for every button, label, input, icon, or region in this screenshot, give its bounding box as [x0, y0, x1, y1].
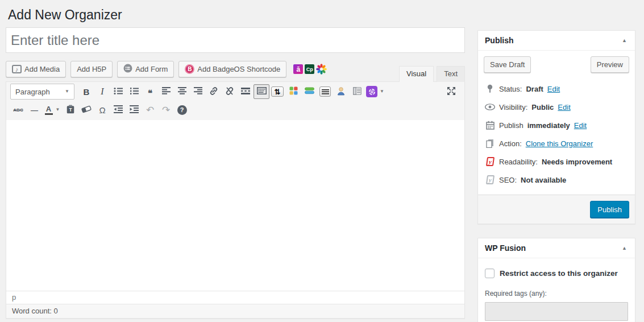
wp-fusion-title: WP Fusion: [485, 243, 526, 253]
restrict-access-checkbox[interactable]: [485, 269, 495, 278]
toolbar-row-1: Paragraph ▼ B I ❝: [6, 82, 464, 101]
document-plugin-button[interactable]: [349, 84, 365, 99]
special-character-button[interactable]: Ω: [94, 102, 110, 117]
lines-box-icon: [319, 86, 331, 97]
schedule-label: Publish: [499, 121, 523, 130]
editor-column: Add New Organizer ♪ Add Media Add H5P Ad…: [6, 0, 465, 319]
align-left-button[interactable]: [158, 84, 174, 99]
bold-button[interactable]: B: [78, 84, 94, 99]
collapse-arrow-icon[interactable]: ▲: [621, 244, 628, 252]
bullet-list-icon: [114, 87, 123, 97]
yoast-seo-icon: y: [485, 175, 494, 184]
seo-value: Not available: [521, 176, 566, 184]
fullscreen-button[interactable]: [443, 84, 459, 99]
horizontal-rule-button[interactable]: —: [26, 102, 42, 117]
required-tags-input[interactable]: [485, 302, 628, 321]
a-plugin-icon[interactable]: ā: [293, 64, 303, 74]
wp-fusion-metabox: WP Fusion ▲ Restrict access to this orga…: [477, 238, 635, 322]
add-badgeos-shortcode-button[interactable]: B Add BadgeOS Shortcode: [178, 61, 286, 77]
publish-metabox-header[interactable]: Publish ▲: [478, 31, 635, 51]
italic-icon: I: [101, 86, 103, 97]
visibility-row: Visibility: Public Edit: [485, 98, 628, 116]
outdent-button[interactable]: [110, 102, 126, 117]
help-icon: ?: [177, 105, 187, 115]
user-plugin-button[interactable]: [333, 84, 349, 99]
paste-as-text-button[interactable]: T: [63, 102, 78, 117]
add-h5p-button[interactable]: Add H5P: [70, 61, 113, 77]
page-title: Add New Organizer: [6, 0, 465, 23]
cp-plugin-icon[interactable]: Cp: [305, 64, 314, 74]
word-count-value: 0: [53, 307, 57, 315]
post-title-input[interactable]: [6, 27, 465, 53]
publish-misc-section: Status: Draft Edit Visibility: Public Ed…: [484, 80, 629, 189]
seo-label: SEO:: [499, 176, 517, 184]
aperture-plugin-button[interactable]: ▼: [365, 84, 385, 99]
bullet-list-button[interactable]: [110, 84, 126, 99]
media-note-icon: ♪: [12, 65, 22, 73]
horizontal-rule-icon: —: [31, 106, 38, 114]
preview-button[interactable]: Preview: [591, 56, 629, 73]
help-button[interactable]: ?: [174, 102, 190, 117]
align-center-button[interactable]: [174, 84, 190, 99]
toolbar-toggle-button[interactable]: [254, 84, 269, 99]
sort-updown-plugin-button[interactable]: ⇅: [269, 84, 285, 99]
required-tags-label: Required tags (any):: [485, 290, 628, 298]
read-more-tag-button[interactable]: [238, 84, 254, 99]
add-form-button[interactable]: Add Form: [117, 61, 174, 77]
read-more-icon: [241, 88, 250, 96]
collapse-arrow-icon[interactable]: ▲: [621, 36, 628, 44]
align-right-button[interactable]: [190, 84, 206, 99]
clone-organizer-link[interactable]: Clone this Organizer: [526, 139, 593, 148]
bars-plugin-button[interactable]: [301, 84, 317, 99]
word-count-bar: Word count: 0: [6, 304, 464, 318]
restrict-access-label[interactable]: Restrict access to this organizer: [500, 269, 618, 278]
tab-text[interactable]: Text: [437, 66, 465, 82]
strikethrough-button[interactable]: ABC: [10, 102, 26, 117]
omega-icon: Ω: [99, 105, 105, 115]
pin-status-icon: [485, 84, 495, 93]
pinwheel-plugin-icon[interactable]: [316, 64, 327, 75]
clone-action-row: Action: Clone this Organizer: [485, 134, 628, 152]
edit-schedule-link[interactable]: Edit: [574, 121, 587, 130]
align-center-icon: [178, 87, 186, 96]
numbered-list-button[interactable]: [126, 84, 142, 99]
updown-arrows-icon: ⇅: [271, 86, 284, 97]
paragraph-format-dropdown[interactable]: Paragraph ▼: [10, 84, 74, 100]
undo-button[interactable]: ↶: [142, 102, 158, 117]
redo-button[interactable]: ↷: [158, 102, 174, 117]
publish-button[interactable]: Publish: [590, 201, 629, 218]
save-draft-button[interactable]: Save Draft: [484, 56, 531, 73]
blockquote-button[interactable]: ❝: [142, 84, 158, 99]
toolbar-toggle-icon: [257, 87, 267, 96]
editor-content-area[interactable]: [6, 120, 464, 291]
remove-link-button[interactable]: [222, 84, 238, 99]
indent-icon: [130, 105, 139, 115]
badgeos-icon: B: [185, 64, 194, 74]
color-grid-icon: [289, 86, 298, 97]
text-color-button[interactable]: A ▼: [42, 102, 63, 117]
tab-visual[interactable]: Visual: [399, 66, 434, 82]
edit-visibility-link[interactable]: Edit: [558, 103, 570, 112]
insert-link-button[interactable]: [206, 84, 222, 99]
edit-status-link[interactable]: Edit: [547, 85, 560, 93]
bold-icon: B: [84, 87, 90, 97]
readability-label: Readability:: [499, 158, 538, 166]
outdent-icon: [114, 105, 123, 115]
schedule-row: Publish immediately Edit: [485, 116, 628, 134]
status-label: Status:: [499, 85, 522, 93]
add-media-button[interactable]: ♪ Add Media: [6, 61, 66, 77]
eraser-icon: [81, 105, 92, 115]
wp-fusion-header[interactable]: WP Fusion ▲: [478, 238, 635, 258]
yoast-readability-icon: y: [485, 157, 494, 166]
element-path-bar: p: [6, 291, 464, 304]
undo-icon: ↶: [146, 104, 154, 116]
indent-button[interactable]: [126, 102, 142, 117]
chevron-down-icon: ▼: [65, 89, 69, 94]
element-path-p[interactable]: p: [12, 293, 16, 302]
list-box-plugin-button[interactable]: [317, 84, 333, 99]
italic-button[interactable]: I: [94, 84, 110, 99]
chevron-down-icon: ▼: [380, 89, 384, 94]
eye-visibility-icon: [485, 104, 495, 110]
clear-formatting-button[interactable]: [78, 102, 94, 117]
color-grid-plugin-button[interactable]: [285, 84, 301, 99]
